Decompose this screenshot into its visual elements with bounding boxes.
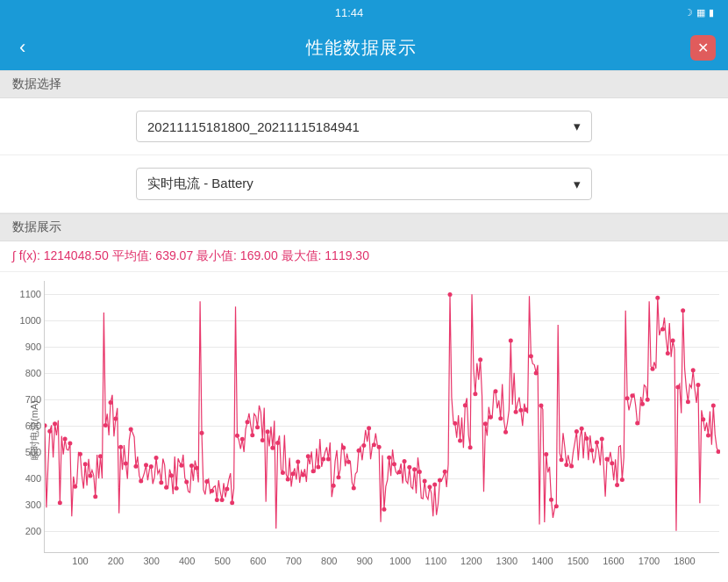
- dropdown2-arrow: ▾: [574, 176, 581, 192]
- y-tick-label: 200: [25, 526, 41, 536]
- chart-inner: 2003004005006007008009001000110010020030…: [44, 281, 719, 553]
- y-tick-label: 300: [25, 499, 41, 510]
- svg-point-122: [660, 327, 665, 331]
- back-button[interactable]: ‹: [12, 32, 32, 62]
- svg-point-15: [118, 445, 123, 449]
- svg-point-110: [600, 436, 604, 441]
- dropdown2-value: 实时电流 - Battery: [147, 176, 253, 192]
- svg-point-54: [316, 464, 320, 469]
- svg-point-124: [671, 339, 675, 343]
- svg-point-83: [463, 403, 467, 407]
- battery-icon: ▮: [709, 7, 714, 18]
- svg-point-5: [68, 442, 72, 446]
- x-tick-label: 500: [214, 556, 230, 566]
- svg-point-6: [73, 485, 77, 489]
- page-title: 性能数据展示: [306, 36, 417, 60]
- svg-point-67: [382, 507, 386, 512]
- svg-point-10: [93, 494, 97, 499]
- svg-point-87: [483, 421, 488, 426]
- svg-point-30: [195, 466, 199, 471]
- svg-point-52: [306, 454, 310, 458]
- svg-point-93: [514, 410, 518, 414]
- svg-point-3: [58, 500, 62, 505]
- svg-point-80: [448, 292, 453, 297]
- dropdown1[interactable]: 20211115181800_20211115184941 ▾: [136, 111, 592, 142]
- svg-point-16: [124, 461, 128, 465]
- svg-point-104: [569, 463, 574, 468]
- x-tick-label: 1400: [532, 556, 553, 566]
- svg-point-66: [377, 445, 382, 449]
- svg-point-106: [580, 427, 584, 431]
- svg-point-19: [139, 479, 143, 484]
- svg-point-108: [589, 448, 594, 452]
- dropdown1-value: 20211115181800_20211115184941: [147, 119, 360, 134]
- wifi-icon: ▦: [696, 7, 705, 18]
- svg-point-69: [392, 462, 396, 466]
- svg-point-13: [109, 400, 113, 405]
- svg-point-73: [412, 467, 417, 471]
- svg-point-37: [230, 500, 234, 505]
- svg-point-82: [458, 439, 462, 443]
- svg-point-63: [361, 443, 366, 448]
- trash-button[interactable]: ✕: [690, 35, 716, 61]
- svg-point-18: [133, 464, 138, 469]
- svg-point-34: [215, 498, 219, 502]
- svg-point-32: [204, 479, 209, 484]
- y-tick-label: 800: [25, 368, 41, 378]
- svg-point-76: [427, 485, 432, 489]
- svg-point-62: [357, 449, 361, 453]
- svg-point-25: [169, 473, 174, 478]
- svg-point-68: [387, 456, 391, 460]
- y-tick-label: 400: [25, 473, 41, 484]
- x-tick-label: 900: [357, 556, 373, 566]
- svg-point-35: [220, 498, 225, 502]
- svg-point-48: [286, 477, 290, 481]
- svg-point-36: [225, 486, 229, 491]
- svg-point-89: [493, 389, 497, 393]
- svg-point-17: [129, 427, 133, 431]
- svg-point-43: [261, 438, 265, 442]
- status-bar-right: ☽ ▦ ▮: [684, 7, 714, 18]
- svg-point-109: [595, 441, 599, 445]
- svg-point-7: [78, 452, 82, 456]
- svg-point-77: [432, 483, 437, 487]
- svg-point-79: [443, 470, 447, 474]
- data-select-label: 数据选择: [12, 76, 61, 90]
- data-select-section-header: 数据选择: [0, 70, 728, 98]
- svg-point-84: [468, 445, 473, 449]
- x-tick-label: 800: [321, 556, 337, 566]
- svg-point-23: [159, 480, 163, 485]
- svg-point-72: [407, 465, 411, 470]
- y-tick-label: 600: [25, 420, 41, 431]
- svg-point-95: [524, 407, 528, 412]
- svg-point-9: [88, 474, 92, 478]
- x-tick-label: 1300: [496, 556, 517, 566]
- svg-point-40: [246, 420, 250, 424]
- svg-point-121: [655, 296, 660, 300]
- x-tick-label: 200: [108, 556, 124, 566]
- svg-point-1: [47, 429, 52, 434]
- svg-point-8: [83, 462, 88, 466]
- svg-point-38: [235, 434, 239, 438]
- svg-point-119: [646, 398, 650, 402]
- svg-point-118: [640, 402, 645, 406]
- svg-point-111: [605, 457, 610, 462]
- svg-point-58: [336, 475, 340, 479]
- svg-point-116: [630, 393, 634, 398]
- svg-point-24: [164, 485, 168, 490]
- dropdown1-arrow: ▾: [574, 119, 581, 134]
- data-display-label: 数据展示: [12, 219, 61, 234]
- svg-point-115: [625, 396, 630, 400]
- svg-point-33: [210, 489, 214, 493]
- dropdown2[interactable]: 实时电流 - Battery ▾: [136, 168, 592, 200]
- svg-point-100: [549, 498, 553, 502]
- x-tick-label: 1700: [639, 556, 660, 566]
- svg-point-64: [367, 426, 371, 430]
- stats-row: ∫ f(x): 1214048.50 平均值: 639.07 最小值: 169.…: [0, 241, 728, 272]
- svg-point-133: [717, 449, 720, 454]
- svg-point-103: [564, 463, 568, 467]
- back-icon: ‹: [19, 36, 25, 58]
- svg-point-56: [326, 457, 331, 462]
- svg-point-11: [98, 454, 103, 458]
- svg-point-98: [539, 404, 543, 408]
